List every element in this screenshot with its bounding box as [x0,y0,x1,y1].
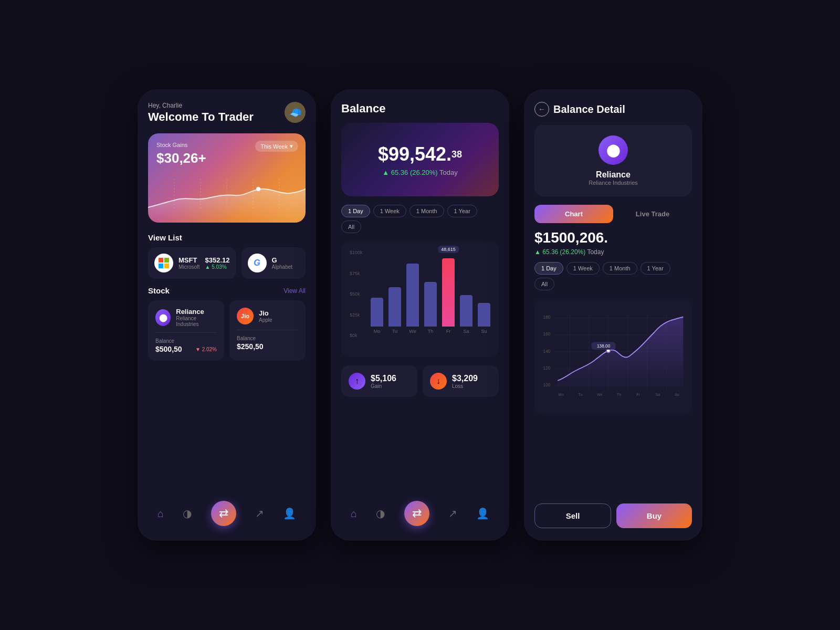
svg-text:138.00: 138.00 [597,344,611,349]
nav-user-icon-2[interactable]: 👤 [476,507,489,520]
svg-text:Tu: Tu [578,392,582,397]
svg-text:Mo: Mo [559,392,564,397]
nav-swap-button-2[interactable]: ⇄ [404,501,429,526]
detail-filter-all[interactable]: All [534,278,554,290]
detail-title: Balance Detail [553,103,625,116]
nav-swap-button[interactable]: ⇄ [211,501,236,526]
loss-amount: $3,209 [452,374,478,383]
bar-chart-container: $100k $75k $50k $25k $0k Mo Tu We [341,242,499,357]
line-chart-svg: 180 160 140 120 100 [541,305,686,408]
svg-text:100: 100 [543,383,551,387]
gain-amount: $5,106 [371,374,396,383]
detail-filter-1week[interactable]: 1 Week [566,262,600,275]
nav-home-icon[interactable]: ⌂ [158,508,164,520]
bar-sa: Sa [460,295,472,334]
detail-price: $1500,206. [534,229,692,246]
svg-text:180: 180 [543,315,551,320]
back-button[interactable]: ← Balance Detail [534,102,692,117]
filter-1year[interactable]: 1 Year [447,205,477,217]
svg-text:120: 120 [543,366,551,371]
view-list-row: MSFT Microsoft $352.12 ▲ 5.03% G G Alpha… [148,247,306,279]
bar-su: Su [478,303,490,334]
balance-main: $99,542. [378,143,452,165]
reliance-card[interactable]: ⬤ Reliance Reliance Industries Balance $… [148,300,224,361]
chart-tabs: Chart Live Trade [534,205,692,223]
nav-pie-icon[interactable]: ◑ [183,507,192,520]
tab-live-trade[interactable]: Live Trade [613,205,692,223]
gain-label: Gain [371,383,396,389]
loss-icon: ↓ [430,373,447,390]
nav-home-icon-2[interactable]: ⌂ [351,508,357,520]
back-icon: ← [534,102,549,117]
reliance-logo: ⬤ [155,309,171,326]
this-week-filter[interactable]: This Week ▾ [255,141,298,152]
jio-logo: Jio [237,308,254,324]
bar-chart: Mo Tu We Th 48,615 Fr [350,250,490,334]
phone-2: Balance $99,542.38 ▲ 65.36 (26.20%) Toda… [331,89,509,541]
detail-filter-1day[interactable]: 1 Day [534,262,563,275]
gain-loss-row: ↑ $5,106 Gain ↓ $3,209 Loss [341,365,499,397]
bar-we: We [406,264,419,334]
google-card[interactable]: G G Alphabet [242,247,306,279]
gains-chart [148,178,306,220]
gains-amount: $30,26+ [156,150,297,166]
bar-mo: Mo [371,298,383,334]
bar-tu: Tu [388,287,401,334]
filter-all[interactable]: All [341,220,361,233]
balance-display-card: $99,542.38 ▲ 65.36 (26.20%) Today [341,123,499,196]
stock-title: Stock [148,286,170,295]
detail-filter-1year[interactable]: 1 Year [640,262,670,275]
detail-filter-1month[interactable]: 1 Month [603,262,637,275]
sell-button[interactable]: Sell [534,503,611,528]
sell-buy-row: Sell Buy [534,503,692,528]
phone-3: ← Balance Detail ⬤ Reliance Reliance Ind… [524,89,702,541]
nav-trending-icon-2[interactable]: ↗ [448,507,457,520]
view-all-link[interactable]: View All [284,287,306,295]
chevron-down-icon: ▾ [290,143,293,150]
avatar[interactable]: 🧢 [285,102,306,123]
svg-text:Th: Th [617,392,622,397]
gain-card: ↑ $5,106 Gain [341,365,417,397]
company-sub: Reliance Industries [589,180,638,186]
tab-chart[interactable]: Chart [534,205,613,223]
filter-1week[interactable]: 1 Week [373,205,406,217]
svg-text:140: 140 [543,349,551,354]
bar-th: Th [424,282,437,334]
filter-1day[interactable]: 1 Day [341,205,370,217]
detail-change: ▲ 65.36 (26.20%) Today [534,248,692,256]
greeting: Hey, Charlie [148,102,254,109]
line-chart-container: 180 160 140 120 100 [534,299,692,414]
bar-fr: 48,615 Fr [442,258,455,334]
stock-row: ⬤ Reliance Reliance Industries Balance $… [148,300,306,361]
msft-card[interactable]: MSFT Microsoft $352.12 ▲ 5.03% [148,247,236,279]
balance-header: Balance [341,102,499,116]
jio-card[interactable]: Jio Jio Apple Balance $250,50 [229,300,306,361]
time-filter-row-3: 1 Day 1 Week 1 Month 1 Year All [534,262,692,290]
balance-change: ▲ 65.36 (26.20%) Today [382,169,457,176]
svg-text:160: 160 [543,332,551,337]
filter-1month[interactable]: 1 Month [410,205,444,217]
view-list-title: View List [148,233,306,242]
svg-text:Sa: Sa [655,392,660,397]
nav-user-icon[interactable]: 👤 [283,507,296,520]
company-name: Reliance [596,170,631,180]
msft-logo [154,254,173,272]
buy-button[interactable]: Buy [616,503,692,528]
gains-card: Stock Gains $30,26+ This Week ▾ [148,133,306,223]
google-logo: G [248,254,267,272]
phone-1: Hey, Charlie Welcome To Trader 🧢 Stock G… [138,89,316,541]
svg-text:We: We [597,392,603,397]
nav-trending-icon[interactable]: ↗ [255,507,264,520]
bottom-nav-2: ⌂ ◑ ⇄ ↗ 👤 [341,495,499,528]
company-logo-big: ⬤ [598,135,628,165]
time-filter-row-2: 1 Day 1 Week 1 Month 1 Year All [341,205,499,233]
msft-info: MSFT Microsoft [178,256,200,270]
nav-pie-icon-2[interactable]: ◑ [376,507,385,520]
bottom-nav-1: ⌂ ◑ ⇄ ↗ 👤 [148,495,306,528]
loss-label: Loss [452,383,478,389]
gain-icon: ↑ [349,373,365,390]
company-card: ⬤ Reliance Reliance Industries [534,125,692,196]
balance-cents: 38 [452,149,462,159]
y-axis: $100k $75k $50k $25k $0k [350,250,363,338]
svg-text:Su: Su [675,392,679,397]
